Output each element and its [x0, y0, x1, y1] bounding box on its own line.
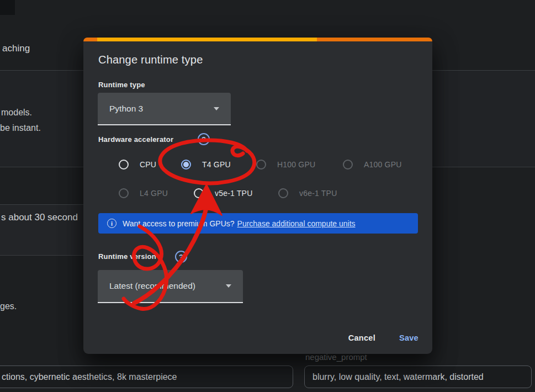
purchase-compute-units-link[interactable]: Purchase additional compute units	[237, 219, 356, 228]
runtime-version-select[interactable]: Latest (recommended)	[98, 270, 243, 303]
background-text-fragment: aching	[2, 43, 30, 54]
radio-option-h100-gpu[interactable]: H100 GPU	[256, 159, 315, 170]
radio-icon	[278, 188, 288, 198]
radio-option-v5e-1-tpu[interactable]: v5e-1 TPU	[194, 188, 252, 199]
screen: aching models. be instant. s about 30 se…	[0, 0, 535, 392]
radio-icon	[119, 188, 129, 198]
radio-label: L4 GPU	[140, 189, 168, 198]
info-icon: i	[107, 219, 116, 228]
radio-option-cpu[interactable]: CPU	[119, 159, 156, 170]
radio-option-v6e-1-tpu[interactable]: v6e-1 TPU	[278, 188, 337, 199]
chevron-down-icon	[214, 107, 219, 110]
cancel-button[interactable]: Cancel	[345, 329, 379, 347]
hardware-accelerator-label: Hardware accelerator	[98, 135, 173, 144]
runtime-type-value: Python 3	[109, 104, 143, 114]
radio-icon	[119, 160, 129, 169]
premium-gpu-banner: i Want access to premium GPUs? Purchase …	[98, 213, 418, 234]
dialog-accent-bar	[83, 38, 432, 41]
background-text-fragment: models.	[1, 108, 32, 118]
save-button[interactable]: Save	[396, 329, 422, 347]
radio-label: v5e-1 TPU	[215, 189, 252, 198]
radio-selected-icon	[181, 160, 191, 169]
radio-icon	[343, 160, 353, 169]
radio-label: A100 GPU	[364, 160, 402, 169]
radio-label: CPU	[140, 160, 156, 169]
runtime-version-value: Latest (recommended)	[109, 281, 195, 291]
runtime-type-select[interactable]: Python 3	[98, 93, 231, 125]
background-text-fragment: s about 30 second	[1, 212, 78, 223]
radio-label: v6e-1 TPU	[299, 189, 337, 198]
radio-icon	[194, 188, 204, 198]
negative-prompt-input[interactable]	[304, 365, 532, 388]
runtime-type-label: Runtime type	[98, 81, 145, 89]
prompt-input[interactable]	[0, 365, 293, 388]
background-text-fragment: be instant.	[0, 123, 41, 133]
dialog-title: Change runtime type	[98, 54, 203, 66]
radio-option-t4-gpu[interactable]: T4 GPU	[181, 159, 231, 170]
radio-option-l4-gpu[interactable]: L4 GPU	[119, 188, 168, 199]
help-icon[interactable]: ?	[175, 251, 187, 263]
runtime-version-label: Runtime version	[98, 252, 156, 261]
corner-artifact	[0, 0, 15, 15]
radio-option-a100-gpu[interactable]: A100 GPU	[343, 159, 402, 170]
radio-icon	[256, 160, 266, 169]
help-icon[interactable]: ?	[198, 133, 210, 145]
banner-text: Want access to premium GPUs?	[123, 219, 235, 228]
radio-label: T4 GPU	[202, 160, 231, 169]
change-runtime-type-dialog: Change runtime type Runtime type Python …	[83, 38, 432, 354]
background-text-fragment: ges.	[0, 301, 17, 311]
chevron-down-icon	[226, 284, 231, 288]
radio-label: H100 GPU	[277, 160, 315, 169]
